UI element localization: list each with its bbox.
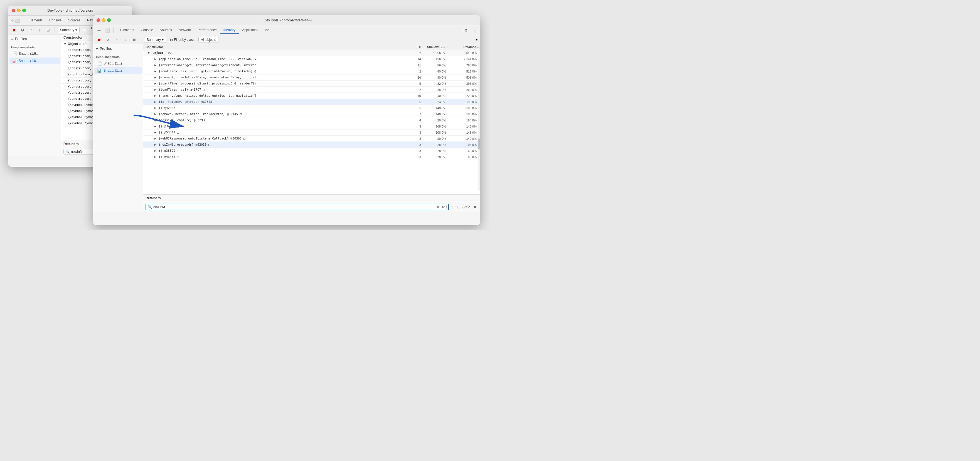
tab-console-1[interactable]: Console (46, 17, 65, 24)
summary-dropdown-2[interactable]: Summary ▾ (144, 37, 166, 43)
row-shallow-9: 140 0% (422, 112, 447, 116)
table-row[interactable]: ▶ {application_label, cl, command_line, … (143, 56, 480, 62)
table-row[interactable]: ▶ {passive, capture} @62293 4 20 0% 160 … (143, 117, 480, 124)
row-retained-1: 768 0% (447, 63, 478, 68)
settings-icon-2[interactable]: ⚙ (462, 27, 469, 34)
maximize-button-2[interactable] (107, 18, 111, 22)
row-shallow-4: 32 0% (422, 81, 447, 86)
filter-btn-2[interactable]: ⊟ Filter by class (168, 37, 196, 43)
table-row[interactable]: ▶ {startTime, processingStart, processin… (143, 81, 480, 87)
record-btn-2[interactable]: ⏺ (95, 36, 103, 43)
tab-console-2[interactable]: Console (137, 27, 156, 33)
clear-btn-2[interactable]: ⊘ (104, 36, 111, 43)
table-row[interactable]: ▶ {nowInMicroseconds} @62039 □ 3 28 0% 9… (143, 142, 480, 148)
table-row[interactable]: ▶ {webUIResponse, webUIListenerCallback}… (143, 136, 480, 142)
close-button-2[interactable] (97, 18, 100, 22)
tree-arrow-1: ▶ (154, 63, 156, 67)
all-objects-2[interactable]: All objects (198, 37, 219, 43)
snapshot-icon-1: 📄 (12, 51, 17, 56)
row-retained-12: 148 0% (447, 130, 478, 135)
row-di-8: 5 (410, 106, 422, 110)
tree-arrow-5: ▶ (154, 88, 156, 92)
td-obj-shallow: 1 556 0% (422, 51, 447, 55)
table-row[interactable]: ▶ {} @38399 □ 3 28 0% 68 0% (143, 148, 480, 154)
inspect-icon-2[interactable]: ⊹ (95, 27, 103, 34)
row-constructor-2: ▶ {loadTimes, csi, send, getVariableValu… (152, 69, 410, 74)
table-row[interactable]: ▶ {remove, before, after, replaceWith} @… (143, 111, 480, 117)
snapshot-2-label-2: Snap... (1...) (103, 69, 122, 73)
row-constructor-0: ▶ {application_label, cl, command_line, … (152, 57, 410, 62)
search-icon-1: 🔍 (65, 149, 70, 154)
table-row[interactable]: ▶ {} @34253 □ 3 108 0% 148 0% (143, 124, 480, 130)
table-row[interactable]: ▶ {name, value, rating, delta, entries, … (143, 93, 480, 99)
tab-performance-2[interactable]: Performance (194, 27, 220, 33)
search-input-main[interactable] (153, 205, 435, 209)
tree-arrow-12: ▶ (154, 131, 156, 134)
heap-snapshots-section-1: Heap snapshots (8, 43, 61, 50)
row-constructor-4: ▶ {startTime, processingStart, processin… (152, 81, 410, 86)
tab-elements-2[interactable]: Elements (117, 27, 137, 33)
row-shallow-0: 156 0% (422, 57, 447, 62)
download-btn-2[interactable]: ↓ (122, 36, 129, 43)
upload-btn-2[interactable]: ↑ (113, 36, 121, 43)
table-row[interactable]: ▶ {} @42663 5 140 0% 180 0% (143, 105, 480, 111)
search-next-btn[interactable]: ↓ (455, 204, 460, 210)
snapshot-2-item[interactable]: 📊 Snap... (1.6... (10, 57, 60, 64)
tab-memory-2[interactable]: Memory (220, 27, 239, 33)
maximize-button-1[interactable] (22, 9, 26, 12)
dropdown-arrow-right[interactable]: ▾ (476, 38, 478, 42)
traffic-lights-1 (12, 9, 26, 12)
row-di-2: 2 (410, 69, 422, 74)
data-rows-container: ▶ {application_label, cl, command_line, … (143, 56, 480, 194)
snapshot-1-item-2[interactable]: 📄 Snap... (1...) (94, 60, 142, 67)
table-row[interactable]: ▶ {} @46455 □ 3 28 0% 68 0% (143, 154, 480, 160)
object-parent-row[interactable]: ▼ Object ×45 2 1 556 0% 6 616 0% (143, 50, 480, 56)
table-row[interactable]: ▶ {element, timeToFirstByte, resourceLoa… (143, 74, 480, 81)
inspect-icon[interactable]: ⊹ (11, 17, 14, 24)
collect-btn-1[interactable]: ⊞ (45, 26, 52, 33)
table-row[interactable]: ▶ {} @53541 □ 3 108 0% 148 0% (143, 130, 480, 136)
summary-dropdown-1[interactable]: Summary ▾ (57, 27, 80, 33)
row-constructor-10: ▶ {passive, capture} @62293 (152, 118, 410, 122)
summary-label-2: Summary (146, 38, 161, 42)
profiles-title-1: Profiles (15, 37, 27, 41)
collect-btn-2[interactable]: ⊞ (131, 36, 138, 43)
tab-sources-2[interactable]: Sources (156, 27, 175, 33)
close-search-btn[interactable]: ✕ (472, 204, 478, 210)
device-icon-2[interactable]: ⬜ (104, 27, 111, 34)
tab-more-2[interactable]: >> (262, 27, 272, 33)
device-icon[interactable]: ⬜ (15, 17, 20, 24)
row-di-4: 5 (410, 81, 422, 86)
tab-sources-1[interactable]: Sources (65, 17, 84, 24)
download-btn-1[interactable]: ↓ (36, 26, 43, 33)
minimize-button-2[interactable] (102, 18, 105, 22)
tab-network-2[interactable]: Network (175, 27, 194, 33)
scrollbar-thumb-2[interactable] (478, 138, 480, 149)
match-case-icon[interactable]: Aa (441, 205, 447, 209)
sort-icon-shallow: ▼ (446, 46, 448, 49)
search-prev-btn[interactable]: ↑ (450, 204, 454, 210)
tree-arrow-7: ▶ (154, 100, 156, 104)
more-icon-2[interactable]: ⋮ (471, 27, 478, 34)
row-di-13: 2 (410, 136, 422, 141)
clear-btn-1[interactable]: ⊘ (19, 26, 26, 33)
tab-elements-1[interactable]: Elements (25, 17, 46, 24)
snapshot-1-item[interactable]: 📄 Snap... (1.6... (10, 50, 60, 57)
record-btn-1[interactable]: ⏺ (11, 26, 18, 33)
profiles-title-2: Profiles (100, 46, 112, 51)
close-button-1[interactable] (12, 9, 15, 12)
sep2 (54, 27, 55, 33)
table-row[interactable]: ▶ {loadTimes, csi, send, getVariableValu… (143, 68, 480, 74)
table-row[interactable]: ▶ {interactionTarget, interactionTargetE… (143, 62, 480, 68)
tab-application-2[interactable]: Application (239, 27, 262, 33)
filter-icon-2: ⊟ (170, 38, 173, 42)
tree-arrow-15: ▶ (154, 149, 156, 152)
snapshot-2-item-2[interactable]: 📊 Snap... (1...) (94, 67, 142, 74)
row-shallow-15: 28 0% (422, 149, 447, 153)
scrollbar-2[interactable] (478, 60, 480, 191)
table-row[interactable]: ▶ {id, latency, entries} @62345 5 24 0% … (143, 99, 480, 105)
clear-search-icon[interactable]: ✕ (436, 205, 440, 209)
upload-btn-1[interactable]: ↑ (27, 26, 35, 33)
minimize-button-1[interactable] (17, 9, 21, 12)
table-row[interactable]: ▶ {loadTimes, csi} @49707 □ 2 28 0% 260 … (143, 87, 480, 93)
